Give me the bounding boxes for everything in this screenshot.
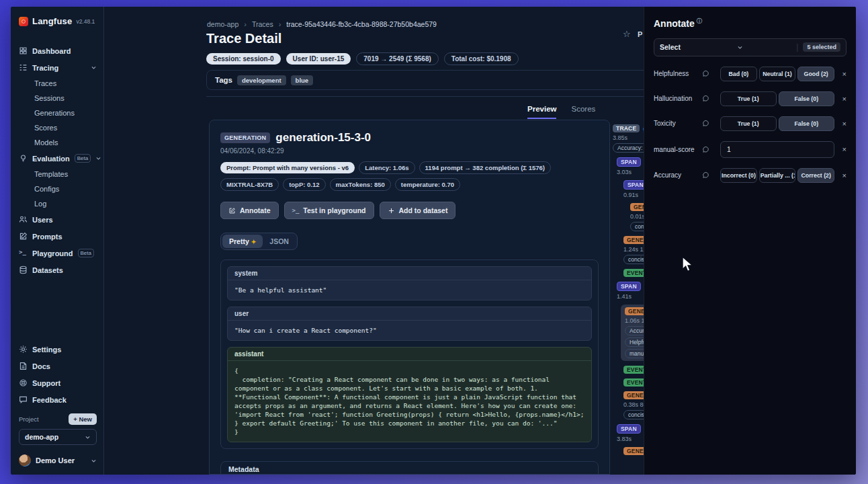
annotate-panel: Annotateⓘ Select | 5 selected Helpfulnes… — [644, 7, 856, 475]
tag-blue[interactable]: blue — [291, 75, 314, 85]
chevron-down-icon — [91, 65, 97, 71]
desktop-background: { "colors": { "accent": "#6d6ef0", "gene… — [0, 0, 868, 484]
sidebar-item-label: Docs — [32, 362, 50, 370]
score-option-button-selected[interactable]: Correct (2) — [797, 168, 834, 183]
sidebar-item-label: Prompts — [32, 233, 62, 241]
logo[interactable]: Langfuse v2.48.1 — [19, 16, 97, 26]
comment-icon[interactable] — [702, 70, 715, 77]
annotate-button[interactable]: Annotate — [220, 202, 279, 219]
terminal-icon: >_ — [292, 207, 300, 214]
score-select[interactable]: Select | 5 selected — [654, 38, 847, 56]
sidebar-item-generations[interactable]: Generations — [19, 106, 97, 120]
project-label: Project — [19, 415, 39, 423]
close-icon[interactable]: × — [837, 171, 847, 179]
score-option-button[interactable]: True (1) — [720, 116, 777, 131]
sidebar-item-support[interactable]: Support — [19, 374, 97, 391]
info-icon[interactable]: ⓘ — [697, 18, 702, 24]
tags-label: Tags — [215, 76, 232, 84]
close-icon[interactable]: × — [837, 95, 847, 103]
sidebar-item-label: Datasets — [32, 266, 63, 274]
sidebar-item-evaluation[interactable]: Evaluation Beta — [19, 150, 97, 167]
sidebar-item-tracing[interactable]: Tracing — [19, 59, 97, 76]
sidebar-item-traces[interactable]: Traces — [19, 76, 97, 91]
score-option-button[interactable]: Partially ... (1) — [759, 168, 796, 183]
annotate-row-helpfulness: Helpfulness Bad (0) Neutral (1) Good (2)… — [654, 67, 847, 81]
sidebar-item-users[interactable]: Users — [19, 211, 97, 228]
tab-scores[interactable]: Scores — [571, 105, 595, 119]
sidebar-item-configs[interactable]: Configs — [19, 182, 97, 196]
score-option-button[interactable]: Incorrect (0) — [720, 168, 757, 183]
breadcrumb-project[interactable]: demo-app — [207, 20, 238, 28]
sidebar-item-models[interactable]: Models — [19, 135, 97, 150]
score-option-button[interactable]: Neutral (1) — [759, 67, 796, 81]
partial-hidden-button[interactable]: P — [638, 30, 642, 38]
breadcrumb-trace-id[interactable]: trace-95a43446-fb3c-4cba-8988-27b50b4ae5… — [286, 20, 437, 28]
sidebar-item-label: Dashboard — [32, 47, 71, 55]
add-to-dataset-button[interactable]: Add to dataset — [380, 202, 456, 219]
message-square-icon — [19, 395, 28, 404]
prompt-version-badge[interactable]: Prompt: Prompt with many versions - v6 — [220, 162, 355, 173]
session-pill[interactable]: Session: session-0 — [206, 53, 281, 65]
annotate-row-manual-score: manual-score × — [654, 141, 847, 158]
score-option-button-selected[interactable]: False (0) — [779, 91, 835, 106]
sidebar-item-docs[interactable]: Docs — [19, 358, 97, 374]
io-preview: system "Be a helpful assistant" user "Ho… — [220, 259, 599, 449]
logo-text: Langfuse — [32, 16, 72, 26]
star-icon[interactable]: ☆ — [623, 29, 631, 39]
project-select[interactable]: demo-app — [19, 429, 97, 445]
test-in-playground-button[interactable]: >_ Test in playground — [284, 202, 374, 219]
chevron-down-icon — [91, 458, 97, 464]
message-content: { completion: "Creating a React componen… — [228, 361, 591, 442]
manual-score-input[interactable] — [720, 141, 834, 158]
latency-badge: Latency: 1.06s — [359, 161, 415, 174]
sidebar-item-sessions[interactable]: Sessions — [19, 91, 97, 106]
sidebar-item-templates[interactable]: Templates — [19, 167, 97, 182]
close-icon[interactable]: × — [837, 120, 847, 128]
sidebar-item-playground[interactable]: >_ Playground Beta — [19, 245, 97, 261]
comment-icon[interactable] — [702, 95, 715, 102]
score-option-button[interactable]: Bad (0) — [720, 67, 757, 81]
assistant-message: assistant { completion: "Creating a Reac… — [227, 347, 592, 442]
chevron-down-icon — [85, 434, 91, 440]
new-project-button[interactable]: + New — [69, 413, 97, 425]
comment-icon[interactable] — [702, 146, 715, 153]
comment-icon[interactable] — [702, 120, 715, 127]
breadcrumb-traces[interactable]: Traces — [252, 20, 273, 28]
tag-development[interactable]: development — [237, 75, 286, 85]
beta-badge: Beta — [78, 249, 94, 257]
breadcrumb: demo-app › Traces › trace-95a43446-fb3c-… — [207, 20, 437, 28]
sidebar-item-log[interactable]: Log — [19, 196, 97, 211]
detail-tabs: Preview Scores — [527, 105, 595, 119]
close-icon[interactable]: × — [837, 70, 847, 78]
pretty-toggle[interactable]: Pretty✦ — [222, 235, 263, 248]
score-option-button-selected[interactable]: Good (2) — [797, 67, 834, 81]
view-toggle: Pretty✦ JSON — [220, 233, 298, 250]
score-option-button[interactable]: True (1) — [720, 91, 777, 106]
page-title: Trace Detail — [206, 31, 281, 46]
tags-row: Tags development blue — [206, 70, 650, 90]
tab-preview[interactable]: Preview — [527, 105, 556, 119]
user-id-pill[interactable]: User ID: user-15 — [286, 53, 351, 65]
message-role: system — [228, 267, 591, 280]
maxtokens-badge: maxTokens: 850 — [330, 178, 391, 191]
sidebar-item-datasets[interactable]: Datasets — [19, 261, 97, 278]
close-icon[interactable]: × — [837, 145, 847, 153]
sidebar-item-scores[interactable]: Scores — [19, 120, 97, 135]
sidebar: Langfuse v2.48.1 Dashboard Tracing Trace… — [11, 7, 104, 475]
comment-icon[interactable] — [702, 171, 715, 179]
chevron-down-icon — [737, 44, 743, 50]
sidebar-item-feedback[interactable]: Feedback — [19, 391, 97, 408]
score-option-button-selected[interactable]: False (0) — [779, 116, 835, 131]
user-menu[interactable]: Demo User — [19, 454, 97, 467]
score-name: Hallucination — [654, 95, 702, 102]
sidebar-item-dashboard[interactable]: Dashboard — [19, 42, 97, 59]
metadata-title: Metadata — [221, 462, 598, 475]
sidebar-item-settings[interactable]: Settings — [19, 341, 97, 358]
app-window: Langfuse v2.48.1 Dashboard Tracing Trace… — [11, 7, 856, 475]
sidebar-item-label: Support — [32, 379, 60, 387]
tracing-icon — [19, 63, 28, 72]
sidebar-item-prompts[interactable]: Prompts — [19, 228, 97, 245]
gear-icon — [19, 345, 28, 354]
json-toggle[interactable]: JSON — [263, 235, 296, 248]
sidebar-item-label: Users — [32, 216, 53, 224]
